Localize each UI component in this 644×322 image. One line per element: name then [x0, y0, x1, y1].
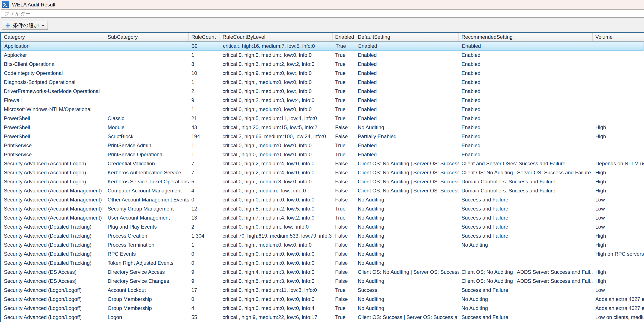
table-row[interactable]: DriverFrameworks-UserMode Operational2cr…: [1, 87, 644, 96]
cell-rulecount: 55: [189, 314, 220, 320]
cell-volume: High: [593, 179, 644, 185]
cell-rulecountbylevel: critical:, high:20, medium:15, low:5, in…: [220, 124, 332, 130]
cell-subcategory: Classic: [105, 115, 189, 122]
cell-volume: High: [593, 124, 644, 130]
table-row[interactable]: Security Advanced (Detailed Tracking)RPC…: [1, 250, 644, 258]
cell-defaultsetting: Enabled: [355, 142, 459, 148]
cell-rulecountbylevel: critical:2, high:4, medium:3, low:0, inf…: [220, 269, 332, 275]
cell-enabled: False: [332, 197, 355, 203]
cell-rulecountbylevel: critical:0, high:, medium:0, low:0, info…: [220, 242, 332, 248]
table-header: CategorySubCategoryRuleCountRuleCountByL…: [1, 33, 644, 42]
table-row[interactable]: Security Advanced (Account Management)Us…: [1, 213, 644, 222]
table-row[interactable]: Application30critical:, high:16, medium:…: [1, 42, 644, 50]
cell-subcategory: ScriptBlock: [105, 134, 189, 140]
cell-defaultsetting: Client OS: No Auditing | Server OS: Succ…: [355, 188, 459, 194]
cell-rulecountbylevel: critical:70, high:619, medium:533, low:7…: [220, 233, 332, 239]
table-row[interactable]: CodeIntegrity Operational10critical:0, h…: [1, 69, 644, 78]
cell-rulecount: 1: [189, 106, 220, 112]
add-criteria-button[interactable]: 条件の追加 ▼: [2, 21, 48, 30]
cell-enabled: True: [332, 79, 355, 85]
cell-recommendedsetting: Success and Failure: [459, 206, 593, 212]
table-row[interactable]: PrintServicePrintService Admin1critical:…: [1, 141, 644, 150]
cell-rulecount: 5: [189, 179, 220, 185]
column-header-enabled[interactable]: Enabled: [332, 33, 355, 41]
table-row[interactable]: Security Advanced (Account Management)Co…: [1, 186, 644, 195]
cell-category: Microsoft-Windows-NTLM/Operational: [1, 106, 105, 112]
cell-volume: High on RPC servers (: [593, 251, 644, 257]
cell-volume: Low: [593, 197, 644, 203]
table-row[interactable]: Security Advanced (Detailed Tracking)Plu…: [1, 222, 644, 232]
cell-recommendedsetting: No Auditing: [459, 296, 593, 302]
table-row[interactable]: Security Advanced (Logon/Logoff)Group Me…: [1, 304, 644, 313]
cell-defaultsetting: Enabled: [355, 115, 459, 122]
table-row[interactable]: PowerShellScriptBlock194critical:3, high…: [1, 132, 644, 141]
cell-rulecountbylevel: critical:0, high:, medium:0, low:0, info…: [220, 142, 332, 148]
cell-rulecount: 9: [189, 97, 220, 103]
table-row[interactable]: Firewall9critical:0, high:2, medium:3, l…: [1, 96, 644, 105]
cell-category: Security Advanced (Detailed Tracking): [1, 251, 105, 257]
cell-rulecount: 1: [189, 142, 220, 148]
cell-volume: Low: [593, 287, 644, 293]
cell-subcategory: Credential Validation: [105, 160, 189, 166]
cell-recommendedsetting: Enabled: [459, 152, 593, 158]
table-row[interactable]: Security Advanced (Detailed Tracking)Pro…: [1, 232, 644, 240]
cell-category: Bits-Client Operational: [1, 61, 105, 67]
filter-input[interactable]: [1, 10, 644, 18]
cell-subcategory: Token Right Adjusted Events: [105, 260, 189, 266]
cell-defaultsetting: No Auditing: [355, 233, 459, 239]
cell-defaultsetting: Enabled: [355, 52, 459, 58]
table-row[interactable]: Security Advanced (Account Logon)Credent…: [1, 159, 644, 168]
column-header-subcategory[interactable]: SubCategory: [105, 33, 189, 41]
cell-rulecount: 7: [189, 170, 220, 176]
cell-rulecountbylevel: critical:0, high:0, medium:0, low:, info…: [220, 88, 332, 94]
cell-rulecount: 21: [189, 115, 220, 122]
cell-category: Security Advanced (Account Management): [1, 197, 105, 203]
table-row[interactable]: PowerShellClassic21critical:0, high:5, m…: [1, 114, 644, 123]
column-header-rulecountbylevel[interactable]: RuleCountByLevel: [220, 33, 332, 41]
cell-recommendedsetting: Enabled: [459, 52, 593, 58]
table-row[interactable]: Security Advanced (Logon/Logoff)Group Me…: [1, 295, 644, 304]
cell-defaultsetting: No Auditing: [355, 260, 459, 266]
column-header-recommendedsetting[interactable]: RecommendedSetting: [459, 33, 593, 41]
column-header-category[interactable]: Category: [1, 33, 105, 41]
cell-rulecount: 13: [189, 215, 220, 221]
cell-rulecount: 9: [189, 278, 220, 284]
table-row[interactable]: Microsoft-Windows-NTLM/Operational1criti…: [1, 105, 644, 114]
cell-defaultsetting: Enabled: [355, 152, 459, 158]
cell-volume: High: [593, 170, 644, 176]
cell-enabled: False: [332, 124, 355, 130]
table-row[interactable]: Diagnosis-Scripted Operational1critical:…: [1, 78, 644, 87]
table-row[interactable]: PowerShellModule43critical:, high:20, me…: [1, 123, 644, 132]
table-row[interactable]: Security Advanced (Detailed Tracking)Tok…: [1, 258, 644, 268]
cell-rulecountbylevel: critical:, high:9, medium:22, low:6, inf…: [220, 314, 332, 320]
cell-rulecountbylevel: critical:, high:16, medium:7, low:5, inf…: [220, 43, 333, 49]
table-row[interactable]: Security Advanced (DS Access)Directory S…: [1, 268, 644, 276]
table-row[interactable]: Security Advanced (Account Logon)Kerbero…: [1, 168, 644, 177]
cell-recommendedsetting: Success and Failure: [459, 233, 593, 239]
table-row[interactable]: Security Advanced (Account Management)Se…: [1, 204, 644, 213]
cell-recommendedsetting: Enabled: [459, 79, 593, 85]
cell-defaultsetting: Client OS: No Auditing | Server OS: Succ…: [355, 269, 459, 275]
table-row[interactable]: Security Advanced (Logon/Logoff)Logon55c…: [1, 313, 644, 322]
cell-rulecount: 43: [189, 124, 220, 130]
cell-rulecount: 17: [189, 287, 220, 293]
table-row[interactable]: Security Advanced (Account Logon)Kerbero…: [1, 177, 644, 186]
column-header-rulecount[interactable]: RuleCount: [189, 33, 220, 41]
cell-rulecount: 1: [189, 52, 220, 58]
cell-defaultsetting: Enabled: [355, 61, 459, 67]
table-row[interactable]: Security Advanced (Logon/Logoff)Account …: [1, 286, 644, 295]
cell-volume: High: [593, 188, 644, 194]
table-row[interactable]: Applocker1critical:0, high:0, medium:, l…: [1, 50, 644, 60]
criteria-band: 条件の追加 ▼: [0, 18, 644, 32]
cell-recommendedsetting: Enabled: [459, 70, 593, 76]
table-row[interactable]: Security Advanced (DS Access)Directory S…: [1, 276, 644, 286]
table-row[interactable]: PrintServicePrintService Operational1cri…: [1, 150, 644, 159]
column-header-volume[interactable]: Volume: [593, 33, 644, 41]
table-row[interactable]: Bits-Client Operational8critical:0, high…: [1, 60, 644, 69]
column-header-defaultsetting[interactable]: DefaultSetting: [355, 33, 459, 41]
table-row[interactable]: Security Advanced (Account Management)Ot…: [1, 195, 644, 204]
cell-category: Security Advanced (Logon/Logoff): [1, 305, 105, 311]
table-row[interactable]: Security Advanced (Detailed Tracking)Pro…: [1, 240, 644, 250]
cell-rulecount: 1: [189, 152, 220, 158]
cell-subcategory: Process Termination: [105, 242, 189, 248]
